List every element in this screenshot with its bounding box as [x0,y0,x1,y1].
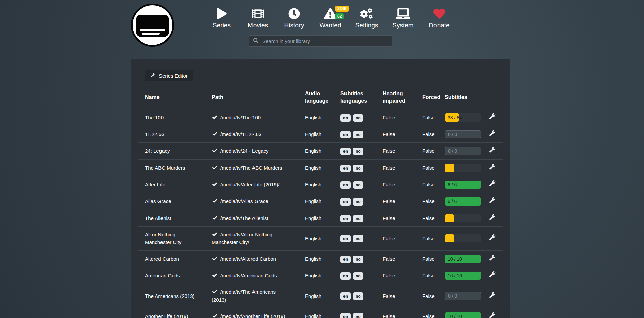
language-badge: en [340,148,351,155]
path-text: /media/tv/The 100 [220,115,261,120]
wrench-icon [489,164,496,170]
edit-series-button[interactable] [489,180,496,188]
wrench-icon [489,180,496,187]
path-text: /media/tv/24 - Legacy [220,148,268,154]
subtitles-card-icon [136,15,169,37]
nav-label: Wanted [312,21,349,29]
search-icon [253,38,258,44]
subtitles-progress-bar: 6 / 6 [445,197,481,206]
subtitles-progress-bar: 0 / 0 [445,130,481,138]
nav-item-movies[interactable]: Movies [240,6,276,32]
audio-language: English [298,284,334,308]
language-badge: en [340,165,351,172]
wrench-icon [489,214,496,220]
path-text: /media/tv/11.22.63 [220,131,261,137]
edit-series-button[interactable] [489,214,496,221]
forced-value: False [416,267,438,284]
subtitles-languages: enno [334,251,376,267]
table-row: Another Life (2019)/media/tv/Another Lif… [138,308,503,318]
edit-series-button[interactable] [489,164,496,171]
main-nav: SeriesMoviesHistory224662WantedSettingsS… [203,6,457,32]
play-icon [203,6,240,19]
col-header-hearing-impaired: Hearing-impaired [376,86,416,109]
series-path: /media/tv/After Life (2019)/ [205,176,298,193]
edit-series-button[interactable] [489,234,496,242]
laptop-icon [385,6,421,19]
table-row: The 100/media/tv/The 100EnglishennoFalse… [138,109,503,126]
language-badge: en [340,235,351,242]
col-header-path: Path [205,86,298,109]
edit-series-button[interactable] [489,255,496,262]
nav-item-donate[interactable]: Donate [421,6,457,32]
forced-value: False [416,143,438,160]
table-row: The ABC Murders/media/tv/The ABC Murders… [138,160,503,176]
language-badge: no [353,131,363,138]
nav-item-history[interactable]: History [276,6,312,32]
subtitles-progress-label: 33 / 84 [448,113,462,121]
hearing-impaired-value: False [376,143,416,160]
series-name: 11.22.63 [138,126,205,143]
forced-value: False [416,160,438,176]
nav-label: Series [203,21,240,29]
table-row: Altered Carbon/media/tv/Altered CarbonEn… [138,251,503,267]
hearing-impaired-value: False [376,267,416,284]
path-exists-check-icon [212,165,218,170]
subtitles-languages: enno [334,193,376,210]
subtitles-languages: enno [334,143,376,160]
edit-series-button[interactable] [489,197,496,205]
edit-series-button[interactable] [489,292,496,299]
edit-series-button[interactable] [489,113,496,121]
series-editor-button[interactable]: Series Editor [145,70,193,81]
series-name: Altered Carbon [138,251,205,267]
series-name: 24: Legacy [138,143,205,160]
edit-series-button[interactable] [489,130,496,137]
subtitles-progress-label: 0 / 0 [448,147,457,155]
film-icon [240,6,276,19]
path-exists-check-icon [212,216,218,220]
series-path: /media/tv/American Gods [205,267,298,284]
gears-icon [349,6,385,19]
count-badge: 2246 [335,6,349,12]
subtitles-languages: enno [334,126,376,143]
language-badge: en [340,114,351,122]
nav-label: Donate [421,21,457,29]
language-badge: en [340,292,351,300]
nav-item-system[interactable]: System [385,6,421,32]
table-header-row: NamePathAudio languageSubtitles language… [138,86,503,109]
nav-item-series[interactable]: Series [203,6,240,32]
edit-series-button[interactable] [489,147,496,154]
series-path: /media/tv/Another Life (2019) [205,308,298,318]
subtitles-progress-bar [445,214,481,222]
nav-item-wanted[interactable]: 224662Wanted [312,6,349,32]
path-text: /media/tv/The ABC Murders [220,165,282,171]
table-row: Alias Grace/media/tv/Alias GraceEnglishe… [138,193,503,210]
audio-language: English [298,210,334,227]
forced-value: False [416,227,438,251]
language-badge: no [353,313,363,318]
series-name: The ABC Murders [138,160,205,176]
audio-language: English [298,160,334,176]
edit-series-button[interactable] [489,271,496,279]
path-exists-check-icon [212,182,218,187]
nav-item-settings[interactable]: Settings [349,6,385,32]
path-exists-check-icon [212,314,218,318]
path-exists-check-icon [212,289,218,294]
language-badge: no [353,292,363,300]
search-input[interactable] [262,38,387,44]
table-row: All or Nothing: Manchester City/media/tv… [138,227,503,251]
subtitles-progress-label: 6 / 6 [448,181,457,188]
path-text: /media/tv/After Life (2019)/ [220,182,280,187]
edit-series-button[interactable] [489,312,496,318]
wrench-icon [489,312,496,318]
language-badge: no [353,114,363,122]
series-name: All or Nothing: Manchester City [138,227,205,251]
nav-label: Settings [349,21,385,29]
subtitles-progress-bar: 33 / 84 [445,113,481,122]
path-exists-check-icon [212,273,218,278]
series-name: Another Life (2019) [138,308,205,318]
audio-language: English [298,109,334,126]
bazarr-logo[interactable] [131,4,174,47]
path-text: /media/tv/The Alienist [220,215,268,221]
subtitles-progress-label: 6 / 6 [448,197,457,205]
audio-language: English [298,308,334,318]
